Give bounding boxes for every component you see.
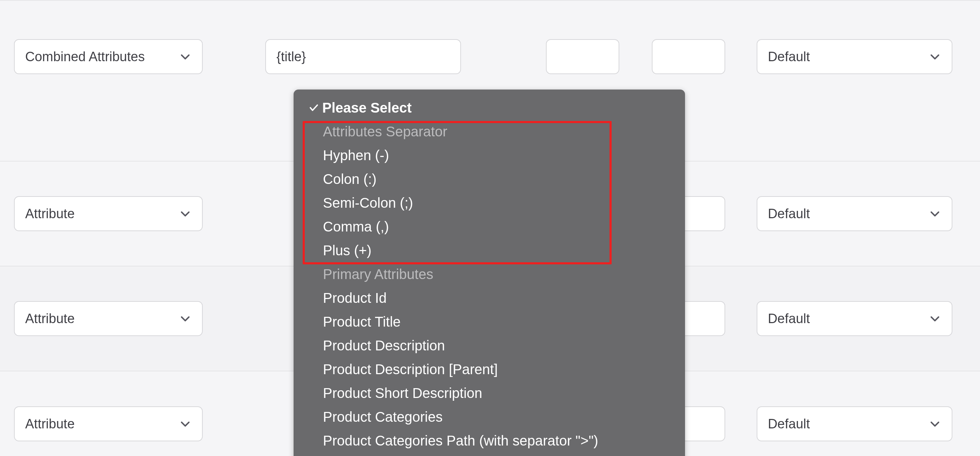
- dropdown-option-label: Hyphen (-): [323, 148, 389, 163]
- chevron-down-icon: [929, 207, 941, 220]
- dropdown-option-label: Semi-Colon (;): [323, 195, 413, 211]
- type-select-label: Combined Attributes: [25, 49, 145, 64]
- dropdown-option[interactable]: Colon (:): [294, 167, 685, 191]
- suffix-input[interactable]: [652, 39, 725, 74]
- dropdown-option-label: Colon (:): [323, 171, 376, 187]
- dropdown-option[interactable]: Comma (,): [294, 215, 685, 239]
- dropdown-option-label: Product Description [Parent]: [323, 362, 498, 377]
- dropdown-option-label: Comma (,): [323, 219, 389, 234]
- output-select[interactable]: Default: [757, 39, 952, 74]
- type-select[interactable]: Attribute: [14, 407, 203, 441]
- dropdown-group: Attributes Separator: [294, 120, 685, 143]
- dropdown-option-label: Product Categories: [323, 409, 442, 425]
- type-select[interactable]: Attribute: [14, 196, 203, 231]
- dropdown-option[interactable]: Semi-Colon (;): [294, 191, 685, 215]
- chevron-down-icon: [179, 50, 191, 63]
- type-select-label: Attribute: [25, 206, 75, 222]
- dropdown-option-label: Product Id: [323, 290, 387, 306]
- dropdown-option-label: Plus (+): [323, 243, 372, 258]
- chevron-down-icon: [929, 50, 941, 63]
- dropdown-option-selected[interactable]: Please Select: [294, 96, 685, 120]
- dropdown-group-label: Primary Attributes: [307, 266, 433, 282]
- type-select[interactable]: Attribute: [14, 301, 203, 336]
- dropdown-option[interactable]: Product Categories: [294, 405, 685, 429]
- prefix-input[interactable]: [546, 39, 619, 74]
- output-select-label: Default: [768, 206, 810, 222]
- dropdown-option[interactable]: Product Categories Path (with separator …: [294, 429, 685, 453]
- attribute-dropdown[interactable]: Please Select Attributes Separator Hyphe…: [294, 89, 685, 456]
- type-select-label: Attribute: [25, 311, 75, 326]
- dropdown-option-label: Product Short Description: [323, 385, 482, 401]
- dropdown-option[interactable]: Product Description [Parent]: [294, 357, 685, 381]
- output-select-label: Default: [768, 311, 810, 326]
- dropdown-option[interactable]: Plus (+): [294, 239, 685, 262]
- dropdown-option-label: Please Select: [322, 100, 412, 116]
- output-select-label: Default: [768, 416, 810, 432]
- chevron-down-icon: [179, 418, 191, 430]
- check-icon: [307, 102, 320, 113]
- dropdown-option[interactable]: Product Title: [294, 310, 685, 333]
- dropdown-option-label: Product Categories Path (with separator …: [323, 433, 598, 449]
- dropdown-option[interactable]: Product Categories Path (with separator …: [294, 453, 685, 456]
- output-select[interactable]: Default: [757, 407, 952, 441]
- dropdown-option[interactable]: Product Short Description: [294, 381, 685, 405]
- dropdown-option[interactable]: Hyphen (-): [294, 143, 685, 167]
- value-input-text: {title}: [277, 49, 306, 64]
- chevron-down-icon: [929, 312, 941, 325]
- dropdown-group-label: Attributes Separator: [307, 124, 447, 140]
- chevron-down-icon: [929, 418, 941, 430]
- dropdown-option[interactable]: Product Id: [294, 286, 685, 310]
- type-select[interactable]: Combined Attributes: [14, 39, 203, 74]
- output-select[interactable]: Default: [757, 301, 952, 336]
- dropdown-option-label: Product Description: [323, 338, 445, 354]
- chevron-down-icon: [179, 312, 191, 325]
- output-select-label: Default: [768, 49, 810, 64]
- dropdown-option[interactable]: Product Description: [294, 333, 685, 357]
- dropdown-group: Primary Attributes: [294, 262, 685, 286]
- value-input[interactable]: {title}: [265, 39, 461, 74]
- chevron-down-icon: [179, 207, 191, 220]
- type-select-label: Attribute: [25, 416, 75, 432]
- dropdown-option-label: Product Title: [323, 314, 401, 330]
- output-select[interactable]: Default: [757, 196, 952, 231]
